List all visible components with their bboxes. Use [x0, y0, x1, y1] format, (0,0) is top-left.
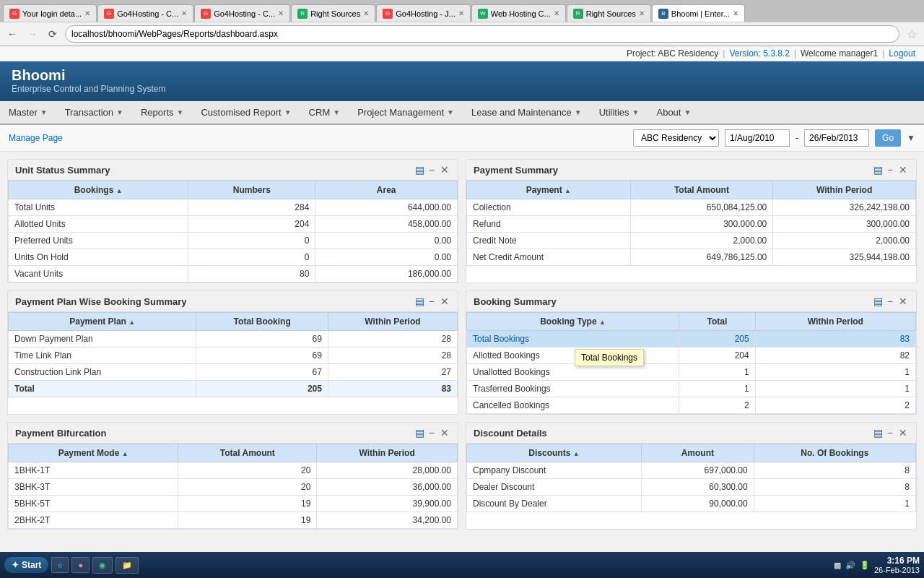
browser-tab[interactable]: GGo4Hosting - C...✕ — [194, 4, 290, 22]
col-total-amount[interactable]: Total Amount — [630, 181, 773, 199]
forward-button[interactable]: → — [25, 26, 40, 42]
table-row: Total Bookings20583 — [467, 331, 916, 348]
close-button[interactable]: ✕ — [897, 296, 909, 307]
tab-close-icon[interactable]: ✕ — [278, 9, 284, 17]
tab-favicon: W — [478, 9, 488, 19]
tab-close-icon[interactable]: ✕ — [554, 9, 559, 17]
date-to-input[interactable] — [804, 129, 869, 147]
date-from-input[interactable] — [725, 129, 790, 147]
nav-label: Master — [9, 107, 38, 118]
project-select[interactable]: ABC Residency — [633, 129, 719, 147]
browser-tab[interactable]: WWeb Hosting C...✕ — [471, 4, 566, 22]
app-title: Bhoomi — [12, 67, 912, 84]
dropdown-arrow-icon[interactable]: ▼ — [907, 133, 915, 143]
chart-icon[interactable]: ▤ — [415, 164, 424, 176]
minimize-button[interactable]: − — [427, 296, 436, 307]
tab-close-icon[interactable]: ✕ — [181, 9, 187, 17]
col-payment-plan[interactable]: Payment Plan ▲ — [9, 313, 196, 331]
col-within-period[interactable]: Within Period — [773, 181, 916, 199]
tab-label: Right Sources — [586, 9, 636, 18]
table-row: Dealer Discount60,300.008 — [467, 479, 916, 496]
url-input[interactable] — [65, 25, 899, 43]
table-row: Total Units284644,000.00 — [9, 199, 458, 216]
tab-close-icon[interactable]: ✕ — [639, 9, 645, 17]
browser-tab[interactable]: GGo4Hosting - J...✕ — [376, 4, 471, 22]
close-button[interactable]: ✕ — [897, 164, 909, 176]
close-button[interactable]: ✕ — [439, 164, 450, 176]
col-booking-type[interactable]: Booking Type ▲ — [467, 313, 679, 331]
nav-item-project-management[interactable]: Project Management▼ — [349, 101, 463, 124]
tab-close-icon[interactable]: ✕ — [84, 9, 90, 17]
minimize-button[interactable]: − — [886, 296, 894, 307]
col-total-amount[interactable]: Total Amount — [178, 444, 317, 462]
version-link[interactable]: Version: 5.3.8.2 — [729, 48, 789, 59]
browser-tab[interactable]: RRight Sources✕ — [291, 4, 375, 22]
back-button[interactable]: ← — [4, 26, 20, 42]
discount-details-controls: ▤ − ✕ — [873, 427, 909, 439]
tab-close-icon[interactable]: ✕ — [458, 9, 464, 17]
nav-item-crm[interactable]: CRM▼ — [300, 101, 349, 124]
col-within-period[interactable]: Within Period — [317, 444, 458, 462]
minimize-button[interactable]: − — [427, 427, 436, 439]
nav-label: Customised Report — [201, 107, 281, 118]
nav-label: Reports — [141, 107, 174, 118]
tooltip: Total Bookings — [575, 349, 644, 366]
table-row: Refund300,000.00300,000.00 — [467, 216, 916, 233]
close-button[interactable]: ✕ — [439, 296, 450, 307]
col-numbers[interactable]: Numbers — [188, 181, 315, 199]
payment-summary-widget: Payment Summary ▤ − ✕ Payment ▲ Total Am… — [466, 159, 917, 283]
main-content: Unit Status Summary ▤ − ✕ Bookings ▲ Num… — [0, 152, 924, 537]
minimize-button[interactable]: − — [886, 164, 894, 176]
manage-page-link[interactable]: Manage Page — [9, 133, 63, 143]
browser-tab[interactable]: GYour login deta...✕ — [3, 4, 97, 22]
minimize-button[interactable]: − — [427, 164, 436, 176]
chart-icon[interactable]: ▤ — [873, 164, 883, 176]
go-button[interactable]: Go — [875, 129, 901, 147]
chart-icon[interactable]: ▤ — [873, 427, 883, 439]
col-area[interactable]: Area — [315, 181, 458, 199]
bookmark-star[interactable]: ☆ — [904, 27, 920, 41]
table-row: 3BHK-3T2036,000.00 — [9, 479, 458, 496]
col-total-booking[interactable]: Total Booking — [196, 313, 328, 331]
nav-item-transaction[interactable]: Transaction▼ — [56, 101, 132, 124]
col-within-period[interactable]: Within Period — [755, 313, 915, 331]
col-total[interactable]: Total — [679, 313, 756, 331]
payment-summary-table: Payment ▲ Total Amount Within Period Col… — [466, 181, 916, 266]
close-button[interactable]: ✕ — [897, 427, 909, 439]
minimize-button[interactable]: − — [886, 427, 894, 439]
col-no-of-bookings[interactable]: No. Of Bookings — [754, 444, 915, 462]
tab-label: Go4Hosting - C... — [117, 9, 178, 18]
tab-label: Web Hosting C... — [491, 9, 551, 18]
tab-favicon: G — [104, 9, 114, 19]
tab-favicon: G — [383, 9, 393, 19]
nav-item-customised-report[interactable]: Customised Report▼ — [192, 101, 300, 124]
chart-icon[interactable]: ▤ — [873, 296, 883, 307]
col-payment[interactable]: Payment ▲ — [467, 181, 631, 199]
app-subtitle: Enterprise Control and Planning System — [12, 84, 912, 94]
table-row: 1BHK-1T2028,000.00 — [9, 462, 458, 479]
col-bookings[interactable]: Bookings ▲ — [9, 181, 188, 199]
logout-link[interactable]: Logout — [889, 48, 915, 59]
col-payment-mode[interactable]: Payment Mode ▲ — [9, 444, 178, 462]
nav-item-reports[interactable]: Reports▼ — [132, 101, 192, 124]
chart-icon[interactable]: ▤ — [415, 427, 424, 439]
manage-bar: Manage Page ABC Residency - Go ▼ — [0, 125, 924, 152]
dropdown-arrow-icon: ▼ — [116, 108, 123, 116]
chart-icon[interactable]: ▤ — [415, 296, 424, 307]
table-row: Allotted Units204458,000.00 — [9, 216, 458, 233]
nav-item-master[interactable]: Master▼ — [0, 101, 56, 124]
browser-tab[interactable]: BBhoomi | Enter...✕ — [652, 4, 745, 22]
close-button[interactable]: ✕ — [439, 427, 450, 439]
col-within-period[interactable]: Within Period — [328, 313, 457, 331]
col-amount[interactable]: Amount — [641, 444, 754, 462]
browser-tab[interactable]: GGo4Hosting - C...✕ — [97, 4, 193, 22]
tab-close-icon[interactable]: ✕ — [733, 9, 738, 17]
nav-item-utilities[interactable]: Utilities▼ — [590, 101, 648, 124]
browser-tab[interactable]: RRight Sources✕ — [567, 4, 651, 22]
tab-close-icon[interactable]: ✕ — [363, 9, 369, 17]
nav-item-lease-and-maintenance[interactable]: Lease and Maintenance▼ — [463, 101, 590, 124]
nav-item-about[interactable]: About▼ — [648, 101, 699, 124]
col-discounts[interactable]: Discounts ▲ — [467, 444, 642, 462]
reload-button[interactable]: ⟳ — [45, 26, 61, 42]
discount-details-title: Discount Details — [474, 428, 547, 439]
